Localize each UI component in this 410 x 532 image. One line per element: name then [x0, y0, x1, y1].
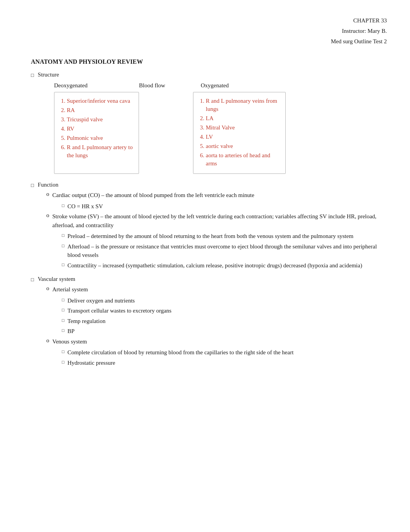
flow-table-body: Superior/inferior vena cavaRATricuspid v…: [54, 92, 387, 174]
function-sub-sub-item: □Afterload – is the pressure or resistan…: [62, 242, 387, 260]
function-sub-item: oCardiac output (CO) – the amount of blo…: [46, 191, 387, 200]
o-symbol: o: [46, 337, 49, 344]
vascular-sub-sub-item: □Hydrostatic pressure: [62, 359, 387, 367]
col-deoxy-header: Deoxygenated: [54, 82, 139, 89]
function-label: Function: [38, 182, 58, 188]
list-item: R and L pulmonary veins from lungs: [206, 97, 280, 113]
square-bullet-symbol: □: [62, 318, 64, 323]
structure-bullet-symbol: □: [31, 72, 34, 78]
vascular-sub-text: Deliver oxygen and nutrients: [68, 296, 135, 305]
function-item-text: Stroke volume (SV) – the amount of blood…: [53, 212, 387, 229]
vascular-sub-text: BP: [68, 327, 75, 336]
vascular-sub-sub-item: □Transport cellular wastes to excretory …: [62, 306, 387, 315]
function-item-text: Cardiac output (CO) – the amount of bloo…: [53, 191, 254, 200]
square-bullet-symbol: □: [62, 243, 64, 248]
instructor-label: Instructor: Mary B.: [31, 26, 387, 36]
function-bullet-item: □ Function: [31, 182, 387, 189]
list-item: LA: [206, 114, 280, 122]
course-label: Med surg Outline Test 2: [31, 36, 387, 47]
vascular-bullet-item: □ Vascular system: [31, 276, 387, 283]
o-symbol: o: [46, 212, 49, 219]
list-item: aorta to arteries of head and arms: [206, 151, 280, 168]
flow-arrow: [143, 92, 189, 174]
structure-label: Structure: [38, 71, 59, 78]
function-sub-text: CO = HR x SV: [68, 202, 103, 211]
function-bullet-symbol: □: [31, 182, 34, 189]
vascular-content: oArterial system□Deliver oxygen and nutr…: [31, 285, 387, 367]
o-symbol: o: [46, 191, 49, 197]
function-sub-sub-item: □Contractility – increased (sympathetic …: [62, 261, 387, 270]
function-sub-text: Preload – determined by the amount of bl…: [68, 232, 354, 241]
list-item: aortic valve: [206, 142, 280, 150]
vascular-sub-text: Temp regulation: [68, 317, 106, 326]
list-item: R and L pulmonary artery to the lungs: [67, 143, 133, 160]
square-bullet-symbol: □: [62, 308, 64, 312]
vascular-sub-sub-item: □Deliver oxygen and nutrients: [62, 296, 387, 305]
oxy-list: R and L pulmonary veins from lungsLAMitr…: [199, 97, 280, 168]
vascular-item-text: Arterial system: [53, 285, 88, 294]
col-flow-header: Blood flow: [139, 82, 201, 89]
function-sub-text: Contractility – increased (sympathetic s…: [68, 261, 363, 270]
vascular-sub-text: Hydrostatic pressure: [68, 359, 115, 367]
flow-table-header: Deoxygenated Blood flow Oxygenated: [54, 82, 387, 89]
vascular-label: Vascular system: [38, 276, 75, 282]
square-bullet-symbol: □: [62, 262, 64, 267]
vascular-sub-sub-item: □Complete circulation of blood by return…: [62, 348, 387, 357]
square-bullet-symbol: □: [62, 328, 64, 333]
square-bullet-symbol: □: [62, 360, 64, 364]
function-content: oCardiac output (CO) – the amount of blo…: [31, 191, 387, 270]
function-sub-sub-item: □CO = HR x SV: [62, 202, 387, 211]
list-item: RA: [67, 106, 133, 114]
main-title: ANATOMY AND PHYSIOLOY REVIEW: [31, 58, 387, 65]
function-sub-sub-item: □Preload – determined by the amount of b…: [62, 232, 387, 241]
col-oxy-header: Oxygenated: [201, 82, 293, 89]
square-bullet-symbol: □: [62, 349, 64, 354]
vascular-sub-item: oVenous system: [46, 337, 387, 346]
vascular-sub-text: Complete circulation of blood by returni…: [68, 348, 294, 357]
list-item: Pulmonic valve: [67, 134, 133, 142]
structure-bullet-item: □ Structure: [31, 71, 387, 78]
deoxy-list: Superior/inferior vena cavaRATricuspid v…: [60, 97, 133, 160]
vascular-item-text: Venous system: [53, 337, 87, 346]
square-bullet-symbol: □: [62, 297, 64, 302]
vascular-sub-item: oArterial system: [46, 285, 387, 294]
o-symbol: o: [46, 285, 49, 292]
oxy-box: R and L pulmonary veins from lungsLAMitr…: [193, 92, 286, 174]
function-sub-item: oStroke volume (SV) – the amount of bloo…: [46, 212, 387, 229]
vascular-sub-sub-item: □Temp regulation: [62, 317, 387, 326]
list-item: Mitral Valve: [206, 124, 280, 132]
list-item: LV: [206, 133, 280, 141]
function-sub-text: Afterload – is the pressure or resistanc…: [68, 242, 387, 260]
deoxy-box: Superior/inferior vena cavaRATricuspid v…: [54, 92, 139, 174]
vascular-sub-text: Transport cellular wastes to excretory o…: [68, 306, 172, 315]
vascular-sub-sub-item: □BP: [62, 327, 387, 336]
header: CHAPTER 33 Instructor: Mary B. Med surg …: [31, 15, 387, 47]
chapter-label: CHAPTER 33: [31, 15, 387, 26]
list-item: RV: [67, 125, 133, 133]
vascular-bullet-symbol: □: [31, 277, 34, 283]
square-bullet-symbol: □: [62, 203, 64, 208]
list-item: Superior/inferior vena cava: [67, 97, 133, 105]
square-bullet-symbol: □: [62, 233, 64, 238]
flow-table-wrapper: Deoxygenated Blood flow Oxygenated Super…: [54, 82, 387, 174]
list-item: Tricuspid valve: [67, 116, 133, 124]
